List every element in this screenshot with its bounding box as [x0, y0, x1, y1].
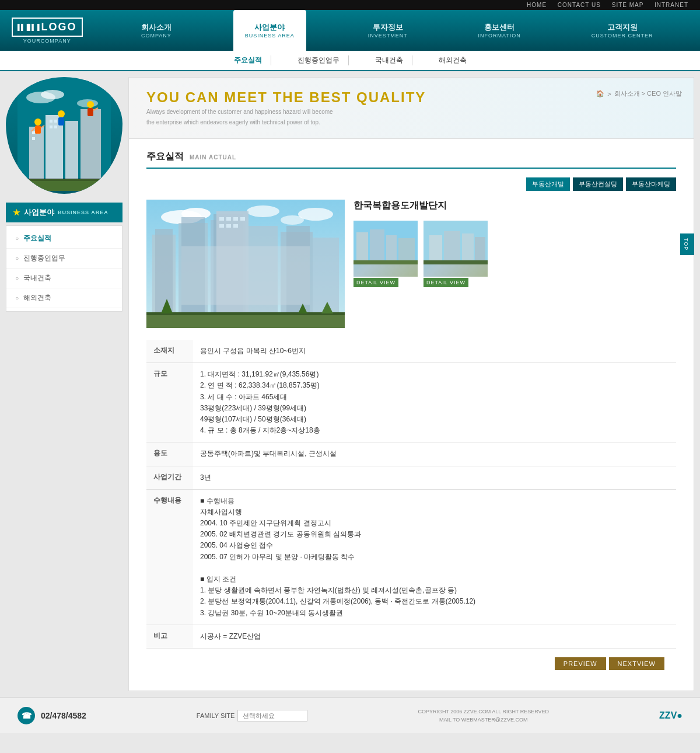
phone-icon: ☎ [18, 707, 35, 724]
family-site: FAMILY SITE [197, 710, 308, 721]
svg-point-31 [298, 208, 333, 221]
svg-point-2 [41, 90, 64, 99]
svg-rect-67 [424, 260, 488, 264]
logo-text: LOGO [41, 21, 77, 33]
sub-navigation: 주요실적 진행중인업무 국내건축 해외건축 [0, 51, 700, 71]
filter-buttons: 부동산개발 부동산컨설팅 부동산마케팅 [146, 177, 676, 191]
logo-box: ▌▌▐▌▌▐ LOGO [12, 18, 83, 37]
label-scale: 규모 [146, 363, 193, 442]
page-nav-buttons: PREVIEW NEXTVIEW [146, 649, 676, 679]
svg-rect-46 [240, 217, 245, 221]
barcode-icon: ▌▌▐▌▌▐ [18, 24, 39, 30]
svg-rect-25 [18, 178, 111, 181]
main-navigation: 회사소개 COMPANY 사업분야 BUSINESS AREA 투자정보 INV… [106, 10, 688, 51]
svg-rect-13 [50, 126, 52, 128]
svg-rect-51 [146, 313, 345, 328]
detail-view-btn-2[interactable]: DETAIL VIEW [424, 278, 468, 287]
svg-rect-12 [54, 120, 57, 123]
sidebar-item-overseas[interactable]: ○ 해외건축 [6, 288, 122, 308]
svg-rect-64 [444, 231, 460, 264]
table-row-performance: 수행내용 ■ 수행내용 자체사업시행 2004. 10 주민제안 지구단위계획 … [146, 489, 676, 625]
filter-btn-marketing[interactable]: 부동산마케팅 [626, 177, 676, 191]
logo-subtext: YOURCOMPANY [23, 38, 71, 44]
sidebar-item-main-actual[interactable]: ○ 주요실적 [6, 229, 122, 249]
breadcrumb: 🏠 > 회사소개 > CEO 인사말 [596, 89, 682, 98]
property-details-table: 소재지 용인시 구성읍 마복리 산10~6번지 규모 1. 대지면적 : 31,… [146, 340, 676, 649]
svg-rect-52 [146, 312, 345, 315]
top-nav-contact[interactable]: CONTACT US [558, 2, 601, 8]
svg-rect-65 [462, 233, 474, 264]
top-scroll-button[interactable]: TOP [680, 233, 694, 255]
filter-btn-real-estate-dev[interactable]: 부동산개발 [526, 177, 570, 191]
star-icon: ★ [13, 208, 20, 217]
value-period: 3년 [193, 466, 676, 489]
table-row-scale: 규모 1. 대지면적 : 31,191.92㎡(9,435.56평) 2. 연 … [146, 363, 676, 442]
bullet-icon: ○ [15, 275, 19, 281]
home-icon[interactable]: 🏠 [596, 90, 604, 97]
svg-rect-22 [88, 108, 93, 116]
subnav-overseas[interactable]: 해외건축 [430, 55, 475, 65]
svg-rect-43 [219, 217, 224, 221]
svg-rect-44 [226, 217, 231, 221]
thumb-image-2 [424, 221, 488, 277]
nav-business-area[interactable]: 사업분야 BUSINESS AREA [233, 10, 306, 51]
filter-btn-consulting[interactable]: 부동산컨설팅 [573, 177, 623, 191]
footer-logo: ZZV● [659, 710, 682, 721]
main-content-area: YOU CAN MEET THE BEST QUALITY Always dev… [128, 77, 694, 691]
sidebar: ★ 사업분야 BUSINESS AREA ○ 주요실적 ○ 진행중인업무 ○ 국… [6, 77, 123, 691]
footer-copyright: COPYRIGHT 2006 ZZVE.COM ALL RIGHT RESERV… [418, 707, 549, 724]
top-utility-bar: HOME CONTACT US SITE MAP INTRANET [0, 0, 700, 10]
thumbnail-1: DETAIL VIEW [354, 221, 418, 277]
nav-pr-center[interactable]: 홍보센터 INFORMATION [470, 10, 530, 51]
label-location: 소재지 [146, 340, 193, 363]
project-main-svg [146, 200, 345, 328]
nav-company[interactable]: 회사소개 COMPANY [132, 10, 180, 51]
subnav-domestic[interactable]: 국내건축 [366, 55, 412, 65]
breadcrumb-path: 회사소개 > CEO 인사말 [614, 89, 682, 98]
thumbnail-images: DETAIL VIEW [354, 221, 676, 277]
detail-view-btn-1[interactable]: DETAIL VIEW [354, 278, 398, 287]
thumb-svg-1 [354, 221, 418, 264]
svg-rect-20 [58, 117, 64, 126]
next-button[interactable]: NEXTVIEW [609, 657, 664, 670]
nav-investment[interactable]: 투자정보 INVESTMENT [359, 10, 416, 51]
value-scale: 1. 대지면적 : 31,191.92㎡(9,435.56평) 2. 연 면 적… [193, 363, 676, 442]
top-nav-intranet[interactable]: INTRANET [654, 2, 688, 8]
value-location: 용인시 구성읍 마복리 산10~6번지 [193, 340, 676, 363]
family-site-input[interactable] [237, 710, 307, 721]
svg-point-29 [247, 205, 279, 217]
svg-rect-61 [354, 260, 418, 264]
main-header: ▌▌▐▌▌▐ LOGO YOURCOMPANY 회사소개 COMPANY 사업분… [0, 10, 700, 51]
subnav-main-actual[interactable]: 주요실적 [225, 55, 271, 65]
svg-rect-16 [35, 126, 41, 134]
sidebar-item-domestic[interactable]: ○ 국내건축 [6, 269, 122, 288]
svg-rect-59 [386, 235, 397, 264]
svg-rect-58 [370, 229, 384, 264]
project-title: 한국복합용도개발단지 [354, 200, 676, 212]
breadcrumb-separator: > [607, 90, 611, 97]
svg-rect-49 [233, 224, 238, 228]
preview-button[interactable]: PREVIEW [555, 657, 606, 670]
table-row-period: 사업기간 3년 [146, 466, 676, 489]
page-subtitle-1: Always development of the customer and h… [146, 108, 676, 116]
label-period: 사업기간 [146, 466, 193, 489]
footer-phone: ☎ 02/478/4582 [18, 707, 86, 724]
page-header-banner: YOU CAN MEET THE BEST QUALITY Always dev… [129, 78, 694, 139]
label-use: 용도 [146, 442, 193, 466]
table-row-note: 비고 시공사 = ZZVE산업 [146, 625, 676, 648]
top-nav-sitemap[interactable]: SITE MAP [612, 2, 644, 8]
bullet-icon: ○ [15, 235, 19, 242]
top-nav-home[interactable]: HOME [527, 2, 547, 8]
nav-customer[interactable]: 고객지원 CUSTOMER CENTER [583, 10, 662, 51]
svg-rect-8 [32, 131, 35, 134]
svg-rect-50 [181, 246, 310, 305]
content-section: 주요실적 MAIN ACTUAL 부동산개발 부동산컨설팅 부동산마케팅 [129, 139, 694, 691]
svg-rect-47 [219, 224, 224, 228]
svg-point-21 [87, 101, 94, 108]
section-title: 주요실적 MAIN ACTUAL [146, 151, 676, 169]
subnav-in-progress[interactable]: 진행중인업무 [289, 55, 349, 65]
sidebar-item-in-progress[interactable]: ○ 진행중인업무 [6, 249, 122, 269]
svg-rect-66 [475, 237, 485, 264]
hero-illustration [18, 80, 111, 191]
svg-point-19 [58, 110, 65, 117]
